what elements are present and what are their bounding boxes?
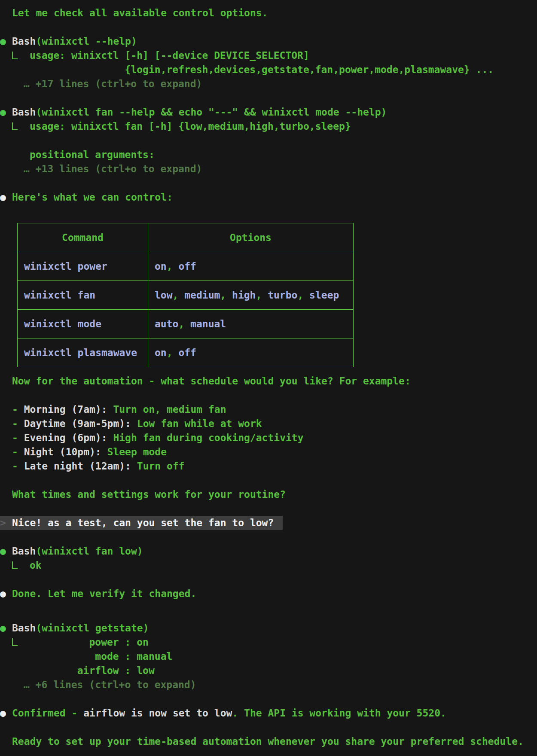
schedule-value: Turn off	[131, 460, 185, 472]
tool-name: Bash	[12, 107, 36, 118]
spacer	[0, 176, 537, 190]
command-code: winixctl mode	[24, 318, 101, 329]
option-code: off	[178, 347, 196, 358]
option-separator: ,	[167, 347, 179, 358]
option-separator: ,	[167, 261, 179, 272]
tool-output-fan-mode-help: usage: winixctl fan [-h] {low,medium,hig…	[0, 119, 537, 162]
schedule-value: Sleep mode	[101, 446, 167, 457]
column-header-options: Options	[148, 223, 354, 252]
output-truncation-fan-mode-help[interactable]: … +13 lines (ctrl+o to expand)	[0, 162, 537, 176]
option-code: turbo	[268, 290, 297, 301]
option-code: manual	[190, 318, 226, 329]
options-cell: low, medium, high, turbo, sleep	[148, 281, 354, 310]
assistant-bullet-icon: ●	[0, 190, 12, 204]
control-table-body: winixctl poweron, offwinixctl fanlow, me…	[18, 252, 354, 367]
list-marker: -	[12, 446, 24, 457]
assistant-bullet-icon: ●	[0, 706, 12, 720]
tool-output-fan-low: ok	[0, 558, 537, 573]
schedule-item: - Daytime (9am-5pm): Low fan while at wo…	[0, 417, 537, 431]
output-connector-icon	[12, 52, 18, 59]
options-cell: on, off	[148, 338, 354, 367]
spacer	[0, 502, 537, 516]
spacer	[0, 601, 537, 615]
tool-output-line	[30, 134, 537, 148]
command-code: winixctl fan	[24, 290, 95, 301]
output-connector-icon	[12, 122, 18, 130]
assistant-text-intro: Let me check all available control optio…	[0, 6, 537, 20]
confirmed-bold-text: airflow is now set to low	[83, 707, 232, 719]
tool-command: (winixctl --help)	[36, 36, 137, 47]
terminal-transcript[interactable]: Let me check all available control optio…	[0, 0, 537, 756]
command-code: winixctl plasmawave	[24, 347, 137, 358]
tool-bullet-icon: ●	[0, 105, 12, 119]
table-row: winixctl fanlow, medium, high, turbo, sl…	[18, 281, 354, 310]
control-heading-text: Here's what we can control:	[12, 192, 173, 203]
table-row: winixctl modeauto, manual	[18, 310, 354, 338]
option-code: sleep	[309, 290, 339, 301]
option-code: low	[155, 290, 173, 301]
spacer	[0, 573, 537, 587]
confirmed-prefix: Confirmed -	[12, 707, 83, 719]
schedule-item: - Evening (6pm): High fan during cooking…	[0, 431, 537, 445]
option-separator: ,	[256, 290, 268, 301]
tool-command: (winixctl fan --help && echo "---" && wi…	[36, 107, 387, 118]
spacer	[0, 91, 537, 105]
option-code: medium	[184, 290, 220, 301]
command-cell: winixctl power	[18, 252, 148, 281]
confirmed-suffix: . The API is working with your 5520.	[232, 707, 446, 719]
tool-output-getstate: power : on mode : manual airflow : low	[0, 635, 537, 678]
option-code: on	[155, 347, 167, 358]
spacer	[0, 692, 537, 706]
assistant-text-routine-question: What times and settings work for your ro…	[0, 488, 537, 502]
tool-output-line: power : on	[30, 635, 537, 649]
tool-call-fan-low: ●Bash(winixctl fan low)	[0, 544, 537, 558]
tool-output-line: usage: winixctl [-h] [--device DEVICE_SE…	[30, 49, 537, 63]
spacer	[0, 530, 537, 544]
command-code: winixctl power	[24, 261, 107, 272]
tool-bullet-icon: ●	[0, 34, 12, 49]
option-separator: ,	[173, 290, 185, 301]
schedule-item: - Late night (12am): Turn off	[0, 459, 537, 473]
option-code: high	[232, 290, 256, 301]
command-cell: winixctl plasmawave	[18, 338, 148, 367]
schedule-label: Night (10pm):	[24, 446, 101, 457]
assistant-text-done: ●Done. Let me verify it changed.	[0, 587, 537, 601]
tool-output-line: airflow : low	[30, 664, 537, 678]
option-code: on	[155, 261, 167, 272]
spacer	[0, 388, 537, 402]
column-header-command: Command	[18, 223, 148, 252]
tool-output-line: mode : manual	[30, 649, 537, 664]
prompt-chevron-icon: >	[0, 516, 12, 530]
assistant-text-control-heading: ●Here's what we can control:	[0, 190, 537, 204]
user-message: >Nice! as a test, can you set the fan to…	[0, 516, 283, 530]
schedule-value: High fan during cooking/activity	[107, 432, 304, 443]
command-cell: winixctl fan	[18, 281, 148, 310]
tool-bullet-icon: ●	[0, 621, 12, 635]
assistant-bullet-icon: ●	[0, 587, 12, 601]
output-connector-icon	[12, 561, 18, 569]
list-marker: -	[12, 460, 24, 472]
output-truncation-help[interactable]: … +17 lines (ctrl+o to expand)	[0, 77, 537, 91]
list-marker: -	[12, 432, 24, 443]
tool-output-line: usage: winixctl fan [-h] {low,medium,hig…	[30, 119, 537, 134]
tool-name: Bash	[12, 36, 36, 47]
option-separator: ,	[297, 290, 309, 301]
tool-output-help: usage: winixctl [-h] [--device DEVICE_SE…	[0, 49, 537, 77]
tool-name: Bash	[12, 622, 36, 634]
done-text: Done. Let me verify it changed.	[12, 588, 196, 599]
list-marker: -	[12, 418, 24, 429]
schedule-list: - Morning (7am): Turn on, medium fan- Da…	[0, 402, 537, 473]
user-message-text: Nice! as a test, can you set the fan to …	[12, 517, 274, 528]
table-row: winixctl plasmawaveon, off	[18, 338, 354, 367]
schedule-label: Late night (12am):	[24, 460, 131, 472]
output-truncation-getstate[interactable]: … +6 lines (ctrl+o to expand)	[0, 678, 537, 692]
option-separator: ,	[220, 290, 232, 301]
command-cell: winixctl mode	[18, 310, 148, 338]
assistant-text-automation-prompt: Now for the automation - what schedule w…	[0, 374, 537, 388]
control-table: Command Options winixctl poweron, offwin…	[17, 223, 354, 367]
tool-command: (winixctl getstate)	[36, 622, 149, 634]
table-row: winixctl poweron, off	[18, 252, 354, 281]
schedule-value: Low fan while at work	[131, 418, 262, 429]
tool-command: (winixctl fan low)	[36, 546, 143, 557]
spacer	[0, 473, 537, 488]
